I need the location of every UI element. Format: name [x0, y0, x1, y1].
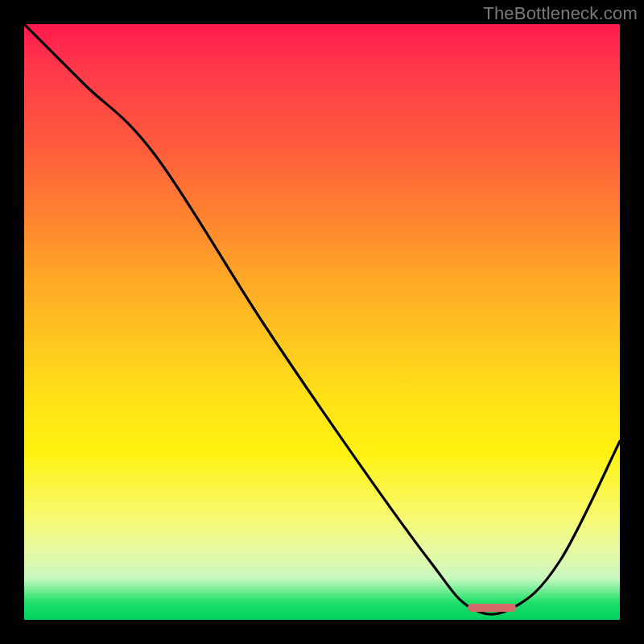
- bottleneck-curve: [24, 24, 620, 620]
- plot-area: [24, 24, 620, 620]
- optimal-range-marker: [468, 604, 516, 612]
- watermark-label: TheBottleneck.com: [483, 3, 638, 24]
- curve-path: [24, 24, 620, 614]
- chart-frame: TheBottleneck.com: [0, 0, 644, 644]
